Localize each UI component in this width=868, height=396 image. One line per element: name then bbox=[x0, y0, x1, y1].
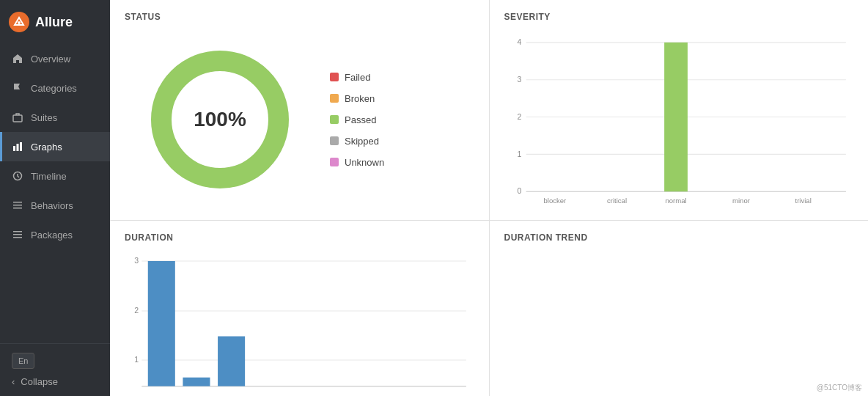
sidebar-item-packages[interactable]: Packages bbox=[0, 220, 110, 249]
svg-text:4: 4 bbox=[517, 37, 521, 46]
status-title: STATUS bbox=[125, 12, 474, 22]
sidebar: Allure Overview Categories bbox=[0, 0, 110, 396]
home-icon bbox=[12, 53, 23, 65]
briefcase-icon bbox=[12, 111, 23, 123]
sidebar-item-label: Graphs bbox=[31, 142, 62, 153]
sidebar-item-label: Packages bbox=[31, 230, 73, 241]
sidebar-item-label: Categories bbox=[31, 83, 77, 94]
logo-icon bbox=[9, 12, 29, 32]
duration-panel: DURATION 3 2 1 bbox=[110, 221, 489, 396]
collapse-button[interactable]: ‹ Collapse bbox=[12, 376, 98, 387]
failed-label: Failed bbox=[345, 72, 370, 83]
svg-rect-11 bbox=[13, 234, 22, 235]
skipped-label: Skipped bbox=[345, 136, 379, 147]
svg-rect-26 bbox=[664, 43, 688, 191]
passed-label: Passed bbox=[345, 114, 376, 125]
sidebar-item-label: Suites bbox=[31, 112, 57, 123]
sidebar-item-timeline[interactable]: Timeline bbox=[0, 161, 110, 191]
duration-chart: 3 2 1 bbox=[125, 252, 474, 396]
svg-text:minor: minor bbox=[732, 197, 751, 205]
sidebar-nav: Overview Categories Suites bbox=[0, 44, 110, 343]
skipped-dot bbox=[330, 136, 339, 145]
svg-text:normal: normal bbox=[665, 197, 686, 205]
duration-title: DURATION bbox=[125, 232, 474, 243]
svg-text:1: 1 bbox=[134, 355, 139, 364]
legend-broken: Broken bbox=[330, 93, 384, 104]
flag-icon bbox=[12, 82, 23, 94]
svg-rect-3 bbox=[13, 146, 15, 151]
svg-text:blocker: blocker bbox=[543, 197, 567, 205]
svg-text:3: 3 bbox=[134, 256, 139, 265]
chevron-left-icon: ‹ bbox=[12, 376, 15, 387]
sidebar-item-label: Overview bbox=[31, 54, 70, 65]
sidebar-item-overview[interactable]: Overview bbox=[0, 44, 110, 73]
svg-rect-7 bbox=[13, 202, 22, 203]
status-panel: STATUS 100% Failed Broken bbox=[110, 0, 489, 220]
watermark: @51CTO博客 bbox=[817, 383, 862, 393]
sidebar-item-label: Behaviors bbox=[31, 200, 73, 211]
severity-title: SEVERITY bbox=[504, 12, 854, 22]
svg-rect-10 bbox=[13, 231, 22, 232]
donut-chart: 100% bbox=[139, 39, 301, 200]
legend-failed: Failed bbox=[330, 72, 384, 83]
svg-rect-2 bbox=[13, 115, 22, 122]
severity-chart: 4 3 2 1 0 bbox=[504, 31, 854, 210]
unknown-dot bbox=[330, 158, 339, 166]
clock-icon bbox=[12, 170, 23, 182]
legend-passed: Passed bbox=[330, 114, 384, 125]
svg-text:critical: critical bbox=[607, 197, 627, 205]
duration-trend-panel: DURATION TREND bbox=[490, 221, 869, 396]
failed-dot bbox=[330, 73, 339, 81]
charts-grid: STATUS 100% Failed Broken bbox=[110, 0, 868, 396]
donut-center-value: 100% bbox=[194, 108, 246, 131]
legend-skipped: Skipped bbox=[330, 136, 384, 147]
svg-rect-5 bbox=[20, 142, 22, 151]
status-content: 100% Failed Broken Passed bbox=[125, 31, 474, 208]
passed-dot bbox=[330, 115, 339, 124]
sidebar-item-suites[interactable]: Suites bbox=[0, 103, 110, 132]
svg-text:trivial: trivial bbox=[795, 197, 811, 205]
svg-rect-4 bbox=[17, 144, 19, 151]
broken-label: Broken bbox=[345, 93, 375, 104]
list-icon bbox=[12, 199, 23, 211]
severity-panel: SEVERITY 4 3 2 1 0 bbox=[490, 0, 869, 220]
severity-svg: 4 3 2 1 0 bbox=[504, 31, 854, 210]
svg-rect-9 bbox=[13, 208, 22, 209]
sidebar-item-label: Timeline bbox=[31, 171, 67, 182]
packages-icon bbox=[12, 229, 23, 241]
svg-rect-39 bbox=[148, 261, 175, 386]
duration-trend-content bbox=[504, 252, 854, 385]
app-name: Allure bbox=[35, 15, 73, 30]
svg-text:2: 2 bbox=[517, 112, 521, 121]
collapse-label: Collapse bbox=[21, 376, 58, 387]
status-legend: Failed Broken Passed Skipped bbox=[330, 72, 384, 168]
broken-dot bbox=[330, 94, 339, 103]
svg-rect-8 bbox=[13, 205, 22, 206]
svg-text:0: 0 bbox=[517, 186, 521, 195]
svg-point-1 bbox=[18, 21, 21, 24]
unknown-label: Unknown bbox=[345, 157, 384, 168]
legend-unknown: Unknown bbox=[330, 157, 384, 168]
svg-text:3: 3 bbox=[517, 75, 521, 84]
app-logo: Allure bbox=[0, 0, 110, 44]
sidebar-footer: En ‹ Collapse bbox=[0, 343, 110, 396]
duration-svg: 3 2 1 bbox=[125, 252, 474, 396]
duration-trend-title: DURATION TREND bbox=[504, 232, 854, 243]
language-button[interactable]: En bbox=[12, 353, 34, 369]
bar-chart-icon bbox=[12, 141, 23, 153]
svg-rect-40 bbox=[183, 378, 210, 386]
svg-text:1: 1 bbox=[517, 150, 521, 158]
svg-rect-41 bbox=[218, 337, 245, 386]
sidebar-item-categories[interactable]: Categories bbox=[0, 73, 110, 103]
svg-text:2: 2 bbox=[134, 306, 139, 315]
sidebar-item-behaviors[interactable]: Behaviors bbox=[0, 191, 110, 220]
sidebar-item-graphs[interactable]: Graphs bbox=[0, 132, 110, 161]
svg-rect-12 bbox=[13, 237, 22, 238]
main-content: STATUS 100% Failed Broken bbox=[110, 0, 868, 396]
